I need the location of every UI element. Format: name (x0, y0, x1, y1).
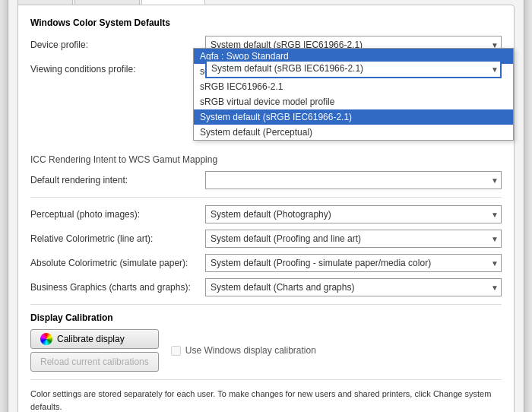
section-title: Windows Color System Defaults (30, 17, 502, 28)
absolute-colorimetric-select[interactable]: System default (Proofing - simulate pape… (205, 254, 502, 272)
absolute-colorimetric-select-wrapper: System default (Proofing - simulate pape… (205, 254, 502, 272)
perceptual-select-wrapper: System default (Photography) ▼ (205, 205, 502, 223)
viewing-conditions-select[interactable]: System default (sRGB IEC61966-2.1) (205, 60, 502, 78)
dropdown-item-5[interactable]: System default (Perceptual) (194, 125, 513, 140)
default-rendering-row: Default rendering intent: ▼ (30, 171, 502, 189)
perceptual-row: Perceptual (photo images): System defaul… (30, 205, 502, 223)
dropdown-item-2[interactable]: sRGB IEC61966-2.1 (194, 79, 513, 94)
relative-colorimetric-label: Relative Colorimetric (line art): (30, 233, 205, 244)
perceptual-select[interactable]: System default (Photography) (205, 205, 502, 223)
display-calibration-title: Display Calibration (30, 312, 502, 323)
business-graphics-row: Business Graphics (charts and graphs): S… (30, 278, 502, 296)
display-calibration-section: Display Calibration Calibrate display Re… (30, 312, 502, 372)
device-profile-label: Device profile: (30, 40, 205, 50)
dropdown-item-4[interactable]: System default (sRGB IEC61966-2.1) (194, 109, 513, 125)
default-rendering-select-wrapper: ▼ (205, 171, 502, 189)
calibrate-icon (40, 333, 52, 345)
viewing-conditions-select-wrapper: System default (sRGB IEC61966-2.1) ▼ (205, 60, 502, 78)
perceptual-label: Perceptual (photo images): (30, 209, 205, 220)
absolute-colorimetric-label: Absolute Colorimetric (simulate paper): (30, 258, 205, 268)
relative-colorimetric-select[interactable]: System default (Proofing and line art) (205, 230, 502, 248)
tab-advanced[interactable]: Advanced (141, 0, 204, 5)
business-graphics-label: Business Graphics (charts and graphs): (30, 282, 205, 293)
viewing-conditions-label: Viewing conditions profile: (30, 64, 205, 74)
use-windows-calibration-label: Use Windows display calibration (185, 345, 316, 356)
divider-2 (30, 304, 502, 305)
calibrate-display-button[interactable]: Calibrate display (30, 329, 159, 349)
color-management-window: Color Management — □ ✕ Devices All Profi… (8, 0, 524, 412)
icc-section-header: ICC Rendering Intent to WCS Gamut Mappin… (30, 154, 502, 165)
dropdown-item-3[interactable]: sRGB virtual device model profile (194, 94, 513, 109)
business-graphics-select[interactable]: System default (Charts and graphs) (205, 278, 502, 296)
relative-colorimetric-row: Relative Colorimetric (line art): System… (30, 230, 502, 248)
relative-colorimetric-select-wrapper: System default (Proofing and line art) ▼ (205, 230, 502, 248)
calibration-buttons: Calibrate display Reload current calibra… (30, 329, 159, 372)
divider-1 (30, 197, 502, 198)
content-panel: Windows Color System Defaults Device pro… (17, 5, 515, 412)
business-graphics-select-wrapper: System default (Charts and graphs) ▼ (205, 278, 502, 296)
default-rendering-select[interactable] (205, 171, 502, 189)
info-text: Color settings are stored separately for… (30, 379, 502, 412)
default-rendering-label: Default rendering intent: (30, 175, 205, 185)
absolute-colorimetric-row: Absolute Colorimetric (simulate paper): … (30, 254, 502, 272)
use-windows-calibration-checkbox[interactable] (171, 346, 181, 356)
icc-rendering-label: ICC Rendering Intent to WCS Gamut Mappin… (30, 154, 502, 165)
reload-calibrations-button[interactable]: Reload current calibrations (30, 352, 159, 372)
calibration-buttons-row: Calibrate display Reload current calibra… (30, 329, 502, 372)
viewing-conditions-row: Viewing conditions profile: System defau… (30, 60, 502, 78)
use-windows-calibration-row: Use Windows display calibration (171, 345, 316, 356)
